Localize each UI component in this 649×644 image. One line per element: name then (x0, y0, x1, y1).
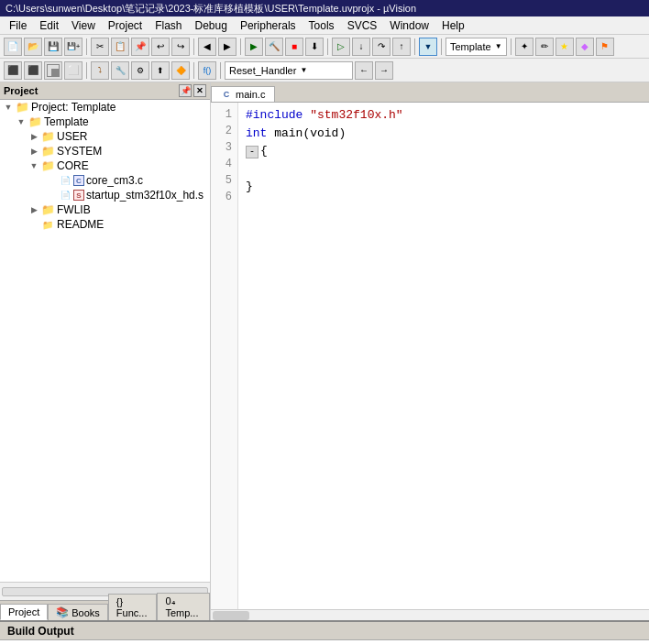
folder-user-icon: 📁 (40, 130, 55, 143)
tb-paste[interactable]: 📌 (131, 38, 149, 56)
menu-flash[interactable]: Flash (149, 18, 187, 33)
tab-project[interactable]: Project (0, 604, 48, 620)
tb-r7[interactable]: ⚙ (131, 61, 149, 80)
folder-core-icon: 📁 (40, 159, 55, 172)
code-content[interactable]: #include "stm32f10x.h" int main(void) -{… (238, 103, 649, 609)
code-close-brace: } (246, 180, 253, 193)
tb-stop[interactable]: ■ (285, 38, 303, 56)
tree-item-root[interactable]: ▼ 📁 Project: Template (0, 100, 210, 115)
line-num-5: 5 (216, 172, 232, 189)
tree-item-core-cm3[interactable]: 📄 C core_cm3.c (0, 173, 210, 188)
tb-build[interactable]: ▶ (245, 38, 263, 56)
target-dropdown[interactable]: Template ▼ (446, 38, 507, 56)
h-scroll-thumb[interactable] (213, 611, 249, 620)
tb-undo[interactable]: ↩ (151, 38, 170, 56)
tree-toggle-system[interactable]: ▶ (28, 147, 40, 156)
tab-books[interactable]: 📚 Books (48, 604, 108, 620)
tb-new[interactable]: 📄 (4, 38, 22, 56)
sep9 (193, 62, 194, 79)
tb-r1[interactable]: ⬛ (4, 61, 22, 80)
menu-file[interactable]: File (4, 18, 32, 33)
tb-cut[interactable]: ✂ (91, 38, 109, 56)
code-fold-btn[interactable]: - (246, 146, 258, 158)
tb-r3[interactable] (44, 61, 62, 80)
tb-step-out[interactable]: ↑ (392, 38, 411, 56)
project-tree: ▼ 📁 Project: Template ▼ 📁 Template ▶ 📁 U… (0, 100, 210, 582)
tb-save[interactable]: 💾 (44, 38, 62, 56)
sep3 (240, 38, 241, 55)
tree-item-readme[interactable]: 📁 README (0, 217, 210, 232)
tb-nav-fwd[interactable]: ▶ (218, 38, 236, 56)
tree-toggle-core[interactable]: ▼ (28, 161, 40, 170)
editor-area: C main.c 1 2 3 4 5 6 #include "stm32f10x… (211, 82, 649, 620)
tree-toggle-fwlib[interactable]: ▶ (28, 205, 40, 214)
tree-label-core-cm3: core_cm3.c (86, 174, 143, 187)
tb-r9[interactable]: 🔶 (171, 61, 190, 80)
tb-r4[interactable]: ⬜ (64, 61, 82, 80)
tb-func-icon[interactable]: f() (198, 61, 216, 80)
tb-copy[interactable]: 📋 (111, 38, 129, 56)
tb-target-dropdown[interactable]: ▼ (419, 38, 437, 56)
h-scrollbar[interactable] (211, 609, 649, 620)
tree-item-template[interactable]: ▼ 📁 Template (0, 115, 210, 129)
target-dropdown-arrow: ▼ (495, 42, 502, 50)
tb-r11[interactable]: → (375, 61, 393, 80)
menu-peripherals[interactable]: Peripherals (235, 18, 302, 33)
tree-item-user[interactable]: ▶ 📁 USER (0, 129, 210, 144)
tb-pencil[interactable]: ✏ (535, 38, 554, 56)
tree-item-core[interactable]: ▼ 📁 CORE (0, 158, 210, 173)
menu-edit[interactable]: Edit (34, 18, 64, 33)
sep7 (511, 38, 512, 55)
menu-help[interactable]: Help (436, 18, 470, 33)
code-open-brace: { (260, 144, 268, 158)
tb-step[interactable]: ↓ (352, 38, 370, 56)
panel-close-btn[interactable]: ✕ (193, 84, 206, 97)
tree-toggle-template[interactable]: ▼ (15, 117, 28, 126)
code-container[interactable]: 1 2 3 4 5 6 #include "stm32f10x.h" int m… (211, 103, 649, 609)
tb-down[interactable]: ⬇ (305, 38, 324, 56)
tb-step-over[interactable]: ↷ (372, 38, 390, 56)
tree-item-fwlib[interactable]: ▶ 📁 FWLIB (0, 202, 210, 217)
menu-debug[interactable]: Debug (190, 18, 233, 33)
tree-item-startup[interactable]: 📄 S startup_stm32f10x_hd.s (0, 188, 210, 202)
tab-templ[interactable]: 0₄ Temp... (157, 593, 210, 620)
panel-pin-btn[interactable]: 📌 (179, 84, 192, 97)
tab-func-label: {} Func... (116, 596, 149, 618)
menu-project[interactable]: Project (103, 18, 148, 33)
tree-toggle-user[interactable]: ▶ (28, 132, 40, 141)
tree-label-user: USER (57, 130, 87, 143)
tb-r5[interactable]: ⤵ (91, 61, 109, 80)
tab-func[interactable]: {} Func... (108, 594, 158, 620)
tb-open[interactable]: 📂 (24, 38, 42, 56)
tree-label-system: SYSTEM (57, 145, 102, 158)
tb-r6[interactable]: 🔧 (111, 61, 129, 80)
build-output-content[interactable]: Build started: Project: Template *** Usi… (0, 640, 649, 644)
panel-header-buttons: 📌 ✕ (179, 84, 206, 97)
tb-nav-back[interactable]: ◀ (198, 38, 216, 56)
tb-run[interactable]: ▷ (332, 38, 350, 56)
editor-tab-main-c[interactable]: C main.c (211, 86, 275, 102)
handler-dropdown[interactable]: Reset_Handler ▼ (225, 61, 353, 80)
tb-diamond[interactable]: ◆ (576, 38, 594, 56)
tree-toggle-root[interactable]: ▼ (2, 103, 15, 112)
line-num-2: 2 (216, 123, 232, 139)
menu-tools[interactable]: Tools (303, 18, 340, 33)
tb-r10[interactable]: ← (355, 61, 373, 80)
c-file-tab-icon: C (221, 89, 232, 100)
menu-svcs[interactable]: SVCS (342, 18, 383, 33)
menu-view[interactable]: View (66, 18, 101, 33)
folder-readme-icon: 📁 (40, 218, 55, 231)
tb-magic[interactable]: ✦ (515, 38, 534, 56)
tb-redo[interactable]: ↪ (171, 38, 190, 56)
target-dropdown-label: Template (450, 41, 491, 52)
tree-item-system[interactable]: ▶ 📁 SYSTEM (0, 144, 210, 158)
menu-bar: File Edit View Project Flash Debug Perip… (0, 16, 649, 35)
tb-r8[interactable]: ⬆ (151, 61, 170, 80)
tb-rebuild[interactable]: 🔨 (265, 38, 283, 56)
tb-star[interactable]: ★ (556, 38, 574, 56)
tb-r2[interactable]: ⬛ (24, 61, 42, 80)
tb-save-all[interactable]: 💾+ (64, 38, 82, 56)
tb-flag[interactable]: ⚑ (596, 38, 614, 56)
menu-window[interactable]: Window (384, 18, 434, 33)
sep5 (414, 38, 415, 55)
